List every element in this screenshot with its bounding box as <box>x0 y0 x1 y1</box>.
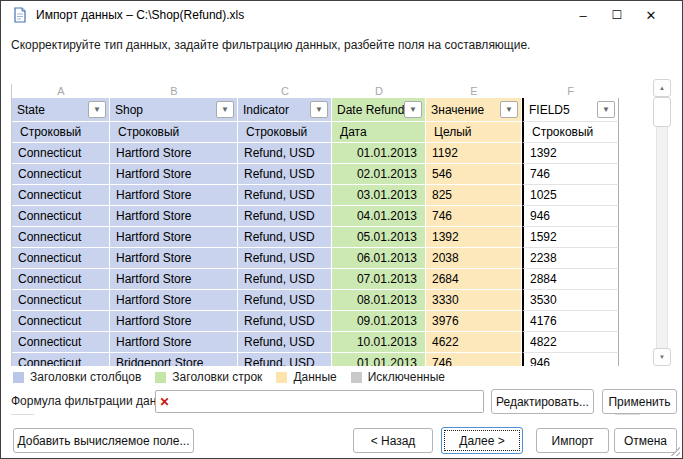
maximize-button[interactable]: ☐ <box>600 1 634 29</box>
table-cell[interactable]: Hartford Store <box>110 185 238 206</box>
field-header-cell[interactable]: Date Refund▼ <box>332 98 426 122</box>
column-letter[interactable]: A <box>12 84 110 98</box>
apply-filter-button[interactable]: Применить <box>602 389 677 414</box>
table-cell[interactable]: Refund, USD <box>238 206 332 227</box>
field-type-cell[interactable]: Строковый <box>110 122 238 143</box>
table-cell[interactable]: Hartford Store <box>110 248 238 269</box>
table-cell[interactable]: Hartford Store <box>110 332 238 353</box>
table-cell[interactable]: Hartford Store <box>110 227 238 248</box>
table-cell[interactable]: Connecticut <box>12 311 110 332</box>
clear-formula-button[interactable]: ✕ <box>155 390 174 413</box>
close-button[interactable]: ✕ <box>634 1 668 29</box>
edit-formula-button[interactable]: Редактировать... <box>491 389 594 414</box>
table-cell[interactable]: 746 <box>426 353 522 366</box>
table-cell[interactable]: Hartford Store <box>110 206 238 227</box>
table-cell[interactable]: 10.01.2013 <box>332 332 426 353</box>
table-cell[interactable]: 02.01.2013 <box>332 164 426 185</box>
field-header-cell[interactable]: State▼ <box>12 98 110 122</box>
field-header-cell[interactable]: FIELD5▼ <box>522 98 619 122</box>
vertical-scrollbar[interactable]: ▲ ▼ <box>653 79 671 366</box>
field-type-cell[interactable]: Строковый <box>238 122 332 143</box>
field-header-cell[interactable]: Значение▼ <box>426 98 522 122</box>
table-cell[interactable]: 04.01.2013 <box>332 206 426 227</box>
field-dropdown-icon[interactable]: ▼ <box>597 101 615 118</box>
table-cell[interactable]: 2038 <box>426 248 522 269</box>
table-cell[interactable]: Hartford Store <box>110 164 238 185</box>
table-cell[interactable]: 1392 <box>522 143 619 164</box>
field-type-cell[interactable]: Целый <box>426 122 522 143</box>
table-cell[interactable]: Connecticut <box>12 353 110 366</box>
table-cell[interactable]: Refund, USD <box>238 332 332 353</box>
table-cell[interactable]: 03.01.2013 <box>332 185 426 206</box>
table-cell[interactable]: 746 <box>426 206 522 227</box>
table-cell[interactable]: Refund, USD <box>238 269 332 290</box>
add-calculated-field-button[interactable]: Добавить вычисляемое поле... <box>13 428 194 453</box>
table-cell[interactable]: 4822 <box>522 332 619 353</box>
table-cell[interactable]: 3530 <box>522 290 619 311</box>
table-cell[interactable]: Connecticut <box>12 269 110 290</box>
field-header-cell[interactable]: Indicator▼ <box>238 98 332 122</box>
table-cell[interactable]: Connecticut <box>12 332 110 353</box>
field-type-cell[interactable]: Строковый <box>522 122 619 143</box>
table-cell[interactable]: 07.01.2013 <box>332 269 426 290</box>
table-cell[interactable]: Connecticut <box>12 143 110 164</box>
scrollbar-track[interactable] <box>656 87 668 358</box>
table-cell[interactable]: 05.01.2013 <box>332 227 426 248</box>
scroll-down-icon[interactable]: ▼ <box>653 348 671 366</box>
column-letter[interactable]: F <box>522 84 619 98</box>
table-cell[interactable]: 4176 <box>522 311 619 332</box>
field-header-cell[interactable]: Shop▼ <box>110 98 238 122</box>
back-button[interactable]: < Назад <box>353 428 433 453</box>
table-cell[interactable]: 1392 <box>426 227 522 248</box>
table-cell[interactable]: 01.01.2013 <box>332 143 426 164</box>
table-cell[interactable]: 06.01.2013 <box>332 248 426 269</box>
field-type-cell[interactable]: Дата <box>332 122 426 143</box>
table-cell[interactable]: 546 <box>426 164 522 185</box>
filter-formula-input[interactable] <box>173 390 484 413</box>
cancel-button[interactable]: Отмена <box>614 428 677 453</box>
table-cell[interactable]: 2884 <box>522 269 619 290</box>
table-cell[interactable]: 01.01.2013 <box>332 353 426 366</box>
table-cell[interactable]: 3976 <box>426 311 522 332</box>
table-cell[interactable]: Connecticut <box>12 227 110 248</box>
field-type-cell[interactable]: Строковый <box>12 122 110 143</box>
table-cell[interactable]: Connecticut <box>12 248 110 269</box>
column-letter[interactable]: E <box>426 84 522 98</box>
table-cell[interactable]: Connecticut <box>12 164 110 185</box>
table-cell[interactable]: Hartford Store <box>110 311 238 332</box>
table-cell[interactable]: 1192 <box>426 143 522 164</box>
table-cell[interactable]: Connecticut <box>12 185 110 206</box>
column-letter[interactable]: B <box>110 84 238 98</box>
table-cell[interactable]: Hartford Store <box>110 269 238 290</box>
column-letter[interactable]: D <box>332 84 426 98</box>
field-dropdown-icon[interactable]: ▼ <box>310 101 328 118</box>
table-cell[interactable]: Refund, USD <box>238 164 332 185</box>
table-cell[interactable]: Refund, USD <box>238 353 332 366</box>
table-cell[interactable]: 09.01.2013 <box>332 311 426 332</box>
table-cell[interactable]: 746 <box>522 164 619 185</box>
table-cell[interactable]: 4622 <box>426 332 522 353</box>
field-dropdown-icon[interactable]: ▼ <box>88 101 106 118</box>
table-cell[interactable]: Hartford Store <box>110 143 238 164</box>
table-cell[interactable]: Hartford Store <box>110 290 238 311</box>
minimize-button[interactable]: – <box>566 1 600 29</box>
next-button[interactable]: Далее > <box>441 427 523 454</box>
table-cell[interactable]: 2238 <box>522 248 619 269</box>
table-cell[interactable]: 946 <box>522 353 619 366</box>
field-dropdown-icon[interactable]: ▼ <box>216 101 234 118</box>
table-cell[interactable]: 3330 <box>426 290 522 311</box>
table-cell[interactable]: 1592 <box>522 227 619 248</box>
table-cell[interactable]: 2684 <box>426 269 522 290</box>
table-cell[interactable]: Refund, USD <box>238 185 332 206</box>
field-dropdown-icon[interactable]: ▼ <box>404 101 422 118</box>
scrollbar-thumb[interactable] <box>653 97 671 127</box>
table-cell[interactable]: 825 <box>426 185 522 206</box>
field-dropdown-icon[interactable]: ▼ <box>500 101 518 118</box>
table-cell[interactable]: 08.01.2013 <box>332 290 426 311</box>
table-cell[interactable]: Refund, USD <box>238 248 332 269</box>
table-cell[interactable]: Refund, USD <box>238 290 332 311</box>
table-cell[interactable]: 1025 <box>522 185 619 206</box>
table-cell[interactable]: Connecticut <box>12 206 110 227</box>
column-letter[interactable]: C <box>238 84 332 98</box>
import-button[interactable]: Импорт <box>536 428 609 453</box>
